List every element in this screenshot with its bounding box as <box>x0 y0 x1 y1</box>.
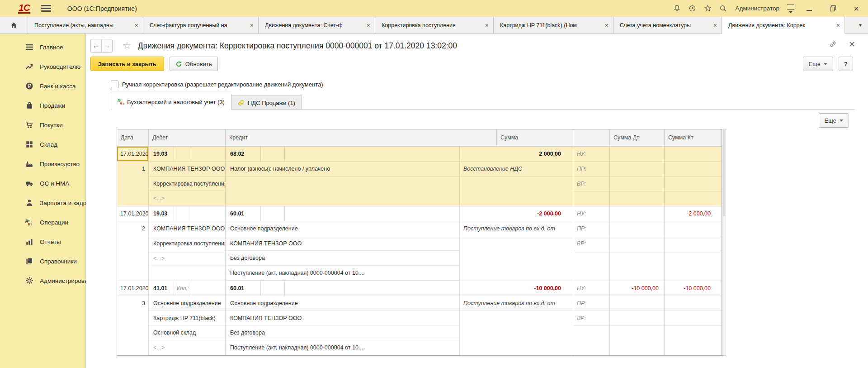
col-header-amount-dt[interactable]: Сумма Дт <box>609 129 664 146</box>
tab-list-dropdown-icon[interactable]: ▼ <box>853 17 868 33</box>
forward-button[interactable]: → <box>102 39 112 52</box>
tab-kartridzh[interactable]: Картридж HP 711(black) (Ном × <box>494 17 613 33</box>
credit-detail-cell[interactable]: КОМПАНИЯ ТЕНЗОР ООО <box>226 311 459 326</box>
col-header-extra[interactable] <box>573 129 609 146</box>
close-window-button[interactable]: × <box>844 0 868 17</box>
debit-detail-cell[interactable]: <...> <box>149 251 225 266</box>
add-to-favorites-star-icon[interactable]: ☆ <box>123 40 132 52</box>
credit-account-cell[interactable]: 60.01 <box>226 281 459 296</box>
amount-cell[interactable]: -10 000,00 <box>460 281 573 296</box>
sidebar-item-proizvodstvo[interactable]: Производство <box>0 154 85 174</box>
amount-kt-cell[interactable] <box>665 236 722 251</box>
amount-dt-cell[interactable] <box>610 311 664 326</box>
debit-account-cell[interactable]: 41.01 Кол.: <box>149 281 225 296</box>
sidebar-item-bank-i-kassa[interactable]: Банк и касса <box>0 76 85 96</box>
amount-kt-cell[interactable]: -2 000,00 <box>665 206 722 221</box>
sidebar-item-spravochniki[interactable]: Справочники <box>0 252 85 271</box>
amount-dt-cell[interactable]: -10 000,00 <box>610 281 664 296</box>
tab-dvizheniya-schet[interactable]: Движения документа: Счет-ф × <box>259 17 375 33</box>
debit-detail-cell[interactable]: Корректировка поступления 0000-... <box>149 177 225 191</box>
amount-dt-cell[interactable] <box>610 162 664 177</box>
tab-postuplenie[interactable]: Поступление (акты, накладны × <box>28 17 143 33</box>
credit-detail-cell[interactable]: Налог (взносы): начислено / уплачено <box>226 162 459 177</box>
amount-kt-cell[interactable] <box>665 147 722 162</box>
amount-kt-cell[interactable] <box>665 177 722 191</box>
date-cell-selected[interactable]: 17.01.2020 <box>117 147 148 162</box>
date-cell[interactable]: 17.01.2020 <box>117 281 148 296</box>
col-header-debit[interactable]: Дебет <box>148 129 225 146</box>
amount-dt-cell[interactable] <box>610 296 664 311</box>
credit-account-cell[interactable]: 68.02 <box>226 147 459 162</box>
amount-kt-cell[interactable] <box>665 162 722 177</box>
amount-kt-cell[interactable]: -10 000,00 <box>665 281 722 296</box>
debit-detail-cell[interactable]: Картридж HP 711(black) <box>149 311 225 326</box>
tab-accounting-register[interactable]: ДтКт Бухгалтерский и налоговый учет (3) <box>111 94 231 110</box>
tab-dvizheniya-korrek-active[interactable]: Движения документа: Коррек × <box>722 17 845 34</box>
close-form-icon[interactable]: ✕ <box>849 41 855 48</box>
service-menu-icon[interactable] <box>784 4 797 13</box>
more-button[interactable]: Еще <box>803 57 833 71</box>
favorites-star-icon[interactable] <box>700 2 716 15</box>
col-header-amount-kt[interactable]: Сумма Кт <box>664 129 722 146</box>
notifications-bell-icon[interactable] <box>670 2 685 15</box>
sidebar-item-os-i-nma[interactable]: ОС и НМА <box>0 174 85 193</box>
table-row[interactable]: 17.01.2020 3 41.01 Кол.: Основное подраз… <box>117 281 722 355</box>
tab-close-icon[interactable]: × <box>605 22 609 29</box>
help-button[interactable]: ? <box>839 57 853 71</box>
col-header-credit[interactable]: Кредит <box>225 129 496 146</box>
get-link-icon[interactable] <box>829 40 837 48</box>
comment-cell[interactable]: Поступление товаров по вх.д. от <box>460 296 573 311</box>
sidebar-item-zarplata-i-kadry[interactable]: Зарплата и кадры <box>0 193 85 213</box>
credit-detail-cell[interactable]: Поступление (акт, накладная) 0000-000004… <box>226 266 459 281</box>
credit-detail-cell[interactable]: Основное подразделение <box>226 221 459 236</box>
restore-button[interactable] <box>821 0 844 17</box>
current-user[interactable]: Администратор <box>736 5 779 12</box>
debit-detail-cell[interactable]: КОМПАНИЯ ТЕНЗОР ООО <box>149 221 225 236</box>
table-scrollbar[interactable] <box>722 129 726 356</box>
refresh-button[interactable]: Обновить <box>170 57 218 71</box>
amount-cell[interactable]: -2 000,00 <box>460 206 573 221</box>
debit-detail-cell[interactable]: Корректировка поступления 0000-... <box>149 236 225 251</box>
debit-detail-cell[interactable]: Основное подразделение <box>149 296 225 311</box>
credit-detail-cell[interactable]: Поступление (акт, накладная) 0000-000004… <box>226 340 459 355</box>
tab-vat-sales-register[interactable]: НДС Продажи (1) <box>231 96 302 110</box>
sidebar-item-sklad[interactable]: Склад <box>0 135 85 154</box>
amount-kt-cell[interactable] <box>665 311 722 326</box>
credit-account-cell[interactable]: 60.01 <box>226 206 459 221</box>
sidebar-item-prodazhi[interactable]: Продажи <box>0 96 85 115</box>
amount-kt-cell[interactable] <box>665 296 722 311</box>
sidebar-item-pokupki[interactable]: Покупки <box>0 115 85 135</box>
debit-detail-cell[interactable]: КОМПАНИЯ ТЕНЗОР ООО <box>149 162 225 177</box>
debit-detail-cell[interactable]: <...> <box>149 340 225 355</box>
col-header-amount[interactable]: Сумма <box>496 129 573 146</box>
back-button[interactable]: ← <box>91 39 102 52</box>
sidebar-item-rukovoditelyu[interactable]: Руководителю <box>0 57 85 76</box>
home-tab[interactable] <box>0 17 28 33</box>
amount-dt-cell[interactable] <box>610 177 664 191</box>
amount-kt-cell[interactable] <box>665 221 722 236</box>
date-cell[interactable]: 17.01.2020 <box>117 206 148 221</box>
tab-scheta-ucheta[interactable]: Счета учета номенклатуры × <box>613 17 722 33</box>
tab-schet-faktura[interactable]: Счет-фактура полученный на × <box>143 17 259 33</box>
tab-close-icon[interactable]: × <box>713 22 717 29</box>
amount-dt-cell[interactable] <box>610 206 664 221</box>
table-row[interactable]: 17.01.2020 1 19.03 КОМПАНИЯ ТЕНЗОР ООО К… <box>117 146 722 206</box>
debit-detail-cell[interactable]: Основной склад <box>149 325 225 340</box>
scrollbar-thumb[interactable] <box>723 130 725 216</box>
comment-cell[interactable]: Поступление товаров по вх.д. от <box>460 221 573 236</box>
sidebar-item-glavnoe[interactable]: Главное <box>0 38 85 57</box>
sidebar-item-operacii[interactable]: ДтКт Операции <box>0 213 85 232</box>
credit-detail-cell[interactable]: Основное подразделение <box>226 296 459 311</box>
debit-detail-cell[interactable]: <...> <box>149 191 225 206</box>
sidebar-item-otchety[interactable]: Отчеты <box>0 232 85 252</box>
tab-close-icon[interactable]: × <box>135 22 138 29</box>
tab-close-icon[interactable]: × <box>485 22 489 29</box>
tab-close-icon[interactable]: × <box>836 22 840 29</box>
tab-korrektirovka[interactable]: Корректировка поступления × <box>375 17 494 33</box>
manual-adjustment-checkbox[interactable] <box>111 81 118 88</box>
minimize-button[interactable] <box>797 0 821 17</box>
amount-cell[interactable]: 2 000,00 <box>460 147 573 162</box>
sidebar-item-administrirovanie[interactable]: Администрирование <box>0 271 85 291</box>
amount-dt-cell[interactable] <box>610 147 664 162</box>
amount-dt-cell[interactable] <box>610 236 664 251</box>
